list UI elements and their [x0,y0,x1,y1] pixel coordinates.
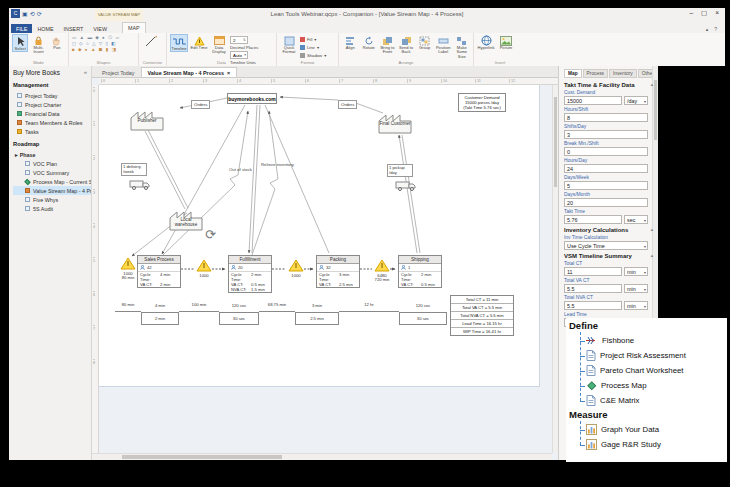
customer-demand-note[interactable]: Customer Demand 15000 pieces /day (Takt … [458,93,506,112]
doc-tab-project-today[interactable]: Project Today [96,68,141,77]
save-icon[interactable]: ▣ [22,10,28,17]
takt-section-header[interactable]: Takt Time & Facility Data▴ [564,82,648,88]
timeline-units-dropdown[interactable]: Auto▾ [230,51,248,59]
minimize-button[interactable]: – [689,9,693,17]
align-button[interactable]: Align [342,34,359,50]
select-button[interactable]: Select [12,34,28,52]
decimal-places-spinner[interactable]: 2⇅ [230,36,248,44]
popup-item-ce-matrix[interactable]: C&E Matrix [586,393,727,408]
popup-item-project-risk[interactable]: Project Risk Assessment [586,348,727,363]
process-sales[interactable]: Sales Process 42 Cycle Time:4 min VA CT:… [137,255,181,288]
scrollbar-thumb[interactable] [122,455,282,459]
picture-button[interactable]: Picture [497,34,515,50]
sidebar-item-project-charter[interactable]: Project Charter [13,100,91,109]
rotate-button[interactable]: Rotate [361,34,378,50]
connector-button[interactable] [142,34,160,46]
sidebar-item-voc-plan[interactable]: VOC Plan [13,159,91,168]
canvas[interactable]: 012345678 [92,85,558,460]
cust-demand-input[interactable]: 15000 [564,96,622,105]
publisher-factory[interactable]: Publisher [130,109,164,135]
total-ct-input[interactable]: 11 [564,267,622,276]
quick-format-button[interactable]: Quick Format [280,34,298,55]
popup-item-fishbone[interactable]: Fishbone [586,333,727,348]
edit-time-button[interactable]: Edit Time [190,34,208,50]
collapse-section-icon[interactable]: ▴ [651,227,653,232]
takt-time-input[interactable]: 5.76 [564,215,622,224]
close-button[interactable]: × [715,9,719,17]
total-nva-ct-input[interactable]: 5.5 [564,301,622,310]
data-display-button[interactable]: Data Display [210,34,228,55]
timeline-summary-box[interactable]: Total CT = 11 min Total VA CT = 5.5 min … [450,295,514,336]
shadow-button[interactable]: Shadow ▾ [300,52,326,59]
total-va-ct-unit-dropdown[interactable]: min▾ [624,284,648,293]
sidebar-collapse-icon[interactable]: « [84,69,87,75]
scrollbar-thumb[interactable] [554,97,557,187]
position-label-button[interactable]: Position Label [435,34,452,55]
truck-right[interactable]: 1 pickup/day [387,164,421,195]
popup-item-gage-rr[interactable]: Gage R&R Study [586,437,727,452]
warehouse-shape[interactable]: Localwarehouse [169,209,203,235]
collapse-ribbon-icon[interactable]: ▴ [706,26,709,32]
group-button[interactable]: Group [416,34,433,50]
sidebar-item-tasks[interactable]: Tasks [13,127,91,136]
inventory-section-header[interactable]: Inventory Calculations▴ [564,227,648,233]
hours-day-input[interactable]: 24 [564,164,648,173]
shifts-day-input[interactable]: 3 [564,130,648,139]
sidebar-item-team-members[interactable]: Team Members & Roles [13,118,91,127]
final-customer-factory[interactable]: Final Customer [378,112,412,138]
close-tab-icon[interactable]: × [227,70,230,76]
roadmap-phase[interactable]: ▸Phase [13,150,91,159]
sidebar-item-5s-audit[interactable]: 5S Audit [13,204,91,213]
hours-shift-input[interactable]: 8 [564,113,648,122]
total-va-ct-input[interactable]: 5.5 [564,284,622,293]
make-same-size-button[interactable]: Make Same Size [453,34,470,59]
popup-item-graph-your-data[interactable]: Graph Your Data [586,422,727,437]
undo-icon[interactable]: ⟲ [30,10,35,17]
days-month-input[interactable]: 20 [564,198,648,207]
vsm-page[interactable]: buymorebooks.com Orders Orders Publisher… [99,85,540,387]
break-min-input[interactable]: 0 [564,147,648,156]
relieve-inventory-label[interactable]: Relieve inventory [261,162,294,167]
process-packing[interactable]: Packing 32 Cycle Time:3 min VA CT:2.5 mi… [316,255,360,288]
panel-tab-map[interactable]: Map [564,69,582,78]
vsm-summary-section-header[interactable]: VSM Timeline Summary▴ [564,253,648,259]
inventory-triangle-2[interactable]: 1000 [195,259,213,278]
panel-tab-inventory[interactable]: Inventory [609,69,637,78]
help-icon[interactable]: ? [714,26,717,32]
tab-insert[interactable]: INSERT [59,24,89,33]
canvas-horizontal-scrollbar[interactable] [92,453,552,460]
maximize-button[interactable]: ▢ [701,9,707,17]
panel-tab-process[interactable]: Process [583,69,608,78]
bring-to-front-button[interactable]: Bring to Front [379,34,396,55]
days-week-input[interactable]: 5 [564,181,648,190]
hyperlink-button[interactable]: Hyperlink [477,34,495,50]
line-button[interactable]: Line ▾ [300,44,326,51]
tab-home[interactable]: HOME [32,24,58,33]
truck-left[interactable]: 1 delivery/week [121,163,155,194]
total-ct-unit-dropdown[interactable]: min▾ [624,267,648,276]
orders-right-box[interactable]: Orders [338,100,357,109]
inventory-triangle-1[interactable]: 100080 min [119,257,137,281]
orders-left-box[interactable]: Orders [191,100,210,109]
collapse-section-icon[interactable]: ▴ [651,253,653,258]
tab-map[interactable]: MAP [122,22,146,33]
sidebar-item-five-whys[interactable]: Five Whys [13,195,91,204]
cycle-arrow-icon[interactable]: ⟳ [205,227,216,242]
popup-item-process-map[interactable]: Process Map [586,378,727,393]
out-of-stock-label[interactable]: Out of stock [229,167,252,172]
inventory-triangle-4[interactable]: 6480720 min [373,259,391,283]
timeline-button[interactable]: Timeline [170,34,188,52]
pan-button[interactable]: Pan [49,34,65,50]
fill-button[interactable]: Fill ▾ [300,36,326,43]
process-shipping[interactable]: Shipping 1 Cycle Time:2 min VA CT:0.5 mi… [398,255,442,288]
cust-demand-unit-dropdown[interactable]: /day▾ [624,96,648,105]
sidebar-item-project-today[interactable]: Project Today [13,91,91,100]
sidebar-item-process-map[interactable]: Process Map - Current State [13,177,91,186]
inv-time-calc-dropdown[interactable]: Use Cycle Time▾ [564,241,648,250]
shape-gallery[interactable]: ▭ ▲ ▬ ◆ ● ⬠ ▱ ◻ ◇ ○ △ ▽ ▯ ◧ ■ ◆ ● ▲ ◼ ▮ … [72,34,120,53]
vsm-timeline[interactable]: 80 min 4 min2 min 100 min 120 sec30 sec … [115,301,447,329]
tab-file[interactable]: FILE [11,24,32,33]
sidebar-item-financial-data[interactable]: Financial Data [13,109,91,118]
multi-insert-button[interactable]: Multi-Insert [30,34,46,55]
redo-icon[interactable]: ⟳ [37,10,42,17]
